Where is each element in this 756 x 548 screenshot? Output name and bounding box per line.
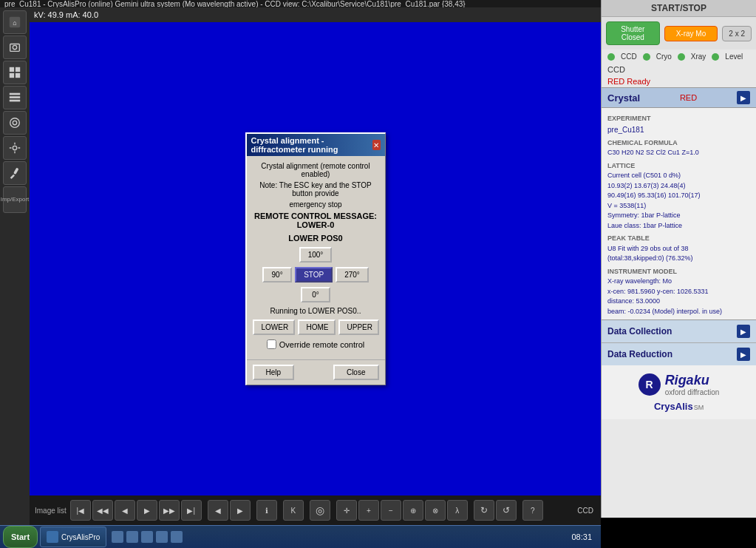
crystal-info: EXPERIMENT pre_Cu181 CHEMICAL FORMULA C3… [602, 108, 756, 319]
xray-button[interactable]: X-ray Mo [664, 26, 718, 41]
taskbar-crysalis-item[interactable]: CrysAlisPro [40, 527, 106, 547]
dialog-90-button[interactable]: 90° [262, 267, 292, 283]
toolbar-settings-btn[interactable] [3, 136, 27, 160]
k-button[interactable]: K [283, 500, 304, 521]
instrument-model-xray: X-ray wavelength: Mo [607, 277, 750, 287]
tray-icon-4[interactable] [156, 531, 168, 543]
peak-table-value: U8 Fit with 29 obs out of 38 [607, 244, 750, 254]
crystal-red-label: RED [680, 93, 697, 102]
level-status-dot [712, 53, 719, 61]
nav-prev-frame-button[interactable]: ◀ [208, 500, 228, 521]
laue-value: Laue class: 1bar P-lattice [607, 221, 750, 231]
toolbar-tools-btn[interactable] [3, 161, 27, 185]
dialog-position-row: LOWER HOME UPPER [253, 319, 379, 335]
dialog-close-x-button[interactable]: ✕ [372, 140, 380, 150]
help-button[interactable]: ? [522, 500, 543, 521]
svg-point-3 [13, 45, 16, 49]
toolbar-circle-btn[interactable] [3, 111, 27, 135]
dialog-title: Crystal alignment - diffractometer runni… [251, 136, 373, 154]
svg-point-12 [13, 121, 16, 124]
toolbar-home-btn[interactable]: ⌂ [3, 10, 27, 34]
dialog-100-button[interactable]: 100° [299, 247, 333, 263]
wavelength-button[interactable]: λ [447, 500, 468, 521]
crosshair-button[interactable]: ✛ [336, 500, 357, 521]
dialog-titlebar: Crystal alignment - diffractometer runni… [247, 134, 385, 156]
toolbar-import-btn[interactable]: Imp/Export [3, 186, 27, 213]
info-button[interactable]: ℹ [256, 500, 277, 521]
shutter-button[interactable]: Shutter Closed [606, 21, 660, 45]
start-stop-header: START/STOP [602, 0, 756, 17]
nav-end-button[interactable]: ▶| [181, 500, 202, 521]
zoom-fit-button[interactable]: ⊕ [403, 500, 423, 521]
red-ready-label: RED Ready [607, 77, 650, 86]
data-reduction-section[interactable]: Data Reduction ▶ [602, 342, 756, 365]
override-remote-checkbox[interactable] [267, 339, 276, 349]
nav-prev-button[interactable]: ◀◀ [92, 500, 113, 521]
toolbar-list-btn[interactable] [3, 86, 27, 109]
svg-rect-8 [10, 93, 20, 95]
dialog-upper-button[interactable]: UPPER [338, 319, 379, 335]
instrument-model-label: INSTRUMENT MODEL [607, 267, 750, 277]
instrument-model-xcen: x-cen: 981.5960 y-cen: 1026.5331 [607, 287, 750, 297]
dialog-lower-button[interactable]: LOWER [253, 319, 295, 335]
nav-fwd-button[interactable]: ▶▶ [159, 500, 180, 521]
bottom-toolbar: Image list |◀ ◀◀ ◀ ▶ ▶▶ ▶| ◀ ▶ ℹ K ◎ [30, 495, 601, 525]
two-by-two-button[interactable]: 2 x 2 [722, 26, 752, 41]
data-reduction-arrow-icon[interactable]: ▶ [737, 348, 750, 361]
dialog-status-text: Running to LOWER POS0.. [253, 307, 379, 315]
svg-rect-4 [10, 67, 14, 72]
time-display: 08:31 [571, 532, 592, 541]
tray-icon-3[interactable] [141, 531, 153, 543]
xray-status-dot [678, 53, 685, 61]
center-area: kV: 49.9 mA: 40.0 Crystal alignment - di… [30, 7, 601, 525]
start-button[interactable]: Start [3, 526, 38, 548]
rigaku-logo: R Rigaku oxford diffraction CrysAlis SM [602, 365, 756, 419]
toolbar-camera-btn[interactable] [3, 35, 27, 59]
taskbar: Start CrysAlisPro 08:31 [0, 525, 601, 548]
dialog-270-button[interactable]: 270° [336, 267, 369, 283]
svg-point-13 [13, 146, 16, 149]
peak-table-detail: (total:38,skipped:0) (76.32%) [607, 254, 750, 264]
crystal-section-header[interactable]: Crystal RED ▶ [602, 87, 756, 108]
blue-canvas: Crystal alignment - diffractometer runni… [30, 22, 601, 495]
zoom-actual-button[interactable]: ⊗ [425, 500, 446, 521]
nav-next-frame-button[interactable]: ▶ [230, 500, 251, 521]
chemical-formula-value: C30 H20 N2 S2 Cl2 Cu1 Z=1.0 [607, 148, 750, 158]
svg-rect-7 [16, 73, 20, 78]
zoom-in-button[interactable]: + [358, 500, 379, 521]
window-title: pre_Cu181 - CrysAlisPro (online) Gemini … [4, 0, 466, 7]
flip-button[interactable]: ↺ [496, 500, 517, 521]
nav-start-button[interactable]: |◀ [70, 500, 91, 521]
nav-play-button[interactable]: ▶ [137, 500, 157, 521]
start-stop-label: START/STOP [651, 3, 706, 13]
oxford-text: oxford diffraction [665, 388, 720, 396]
dialog-remote-message: REMOTE CONTROL MESSAGE: LOWER-0 [253, 212, 379, 229]
dialog-close-footer-button[interactable]: Close [333, 365, 379, 380]
lattice-a: 10.93(2) 13.67(3) 24.48(4) [607, 181, 750, 192]
toolbar-grid-btn[interactable] [3, 61, 27, 84]
nav-back-button[interactable]: ◀ [115, 500, 135, 521]
tray-icon-2[interactable] [126, 531, 138, 543]
crystal-title: Crystal [607, 92, 640, 104]
tray-icon-1[interactable] [112, 531, 123, 543]
dialog-help-button[interactable]: Help [253, 365, 295, 380]
symmetry-value: Symmetry: 1bar P-lattice [607, 211, 750, 221]
circle-button[interactable]: ◎ [310, 500, 330, 521]
svg-point-11 [10, 118, 20, 128]
data-collection-arrow-icon[interactable]: ▶ [737, 325, 750, 338]
zoom-out-button[interactable]: − [381, 500, 401, 521]
lattice-v: V = 3538(11) [607, 201, 750, 212]
dialog-home-button[interactable]: HOME [298, 319, 336, 335]
crystal-arrow-icon[interactable]: ▶ [737, 91, 750, 104]
kv-status: kV: 49.9 mA: 40.0 [34, 10, 98, 19]
experiment-value: pre_Cu181 [607, 124, 750, 135]
dialog-stop-button[interactable]: STOP [295, 267, 333, 283]
taskbar-item-icon [47, 531, 58, 543]
data-collection-section[interactable]: Data Collection ▶ [602, 319, 756, 342]
tray-icon-5[interactable] [171, 531, 183, 543]
rotate-button[interactable]: ↻ [474, 500, 494, 521]
dialog-0-button[interactable]: 0° [301, 287, 330, 302]
dialog-overlay: Crystal alignment - diffractometer runni… [30, 22, 601, 495]
crysalis-sm-label: SM [694, 404, 704, 411]
instrument-model-beam: beam: -0.0234 (Model) interpol. in use) [607, 307, 750, 317]
